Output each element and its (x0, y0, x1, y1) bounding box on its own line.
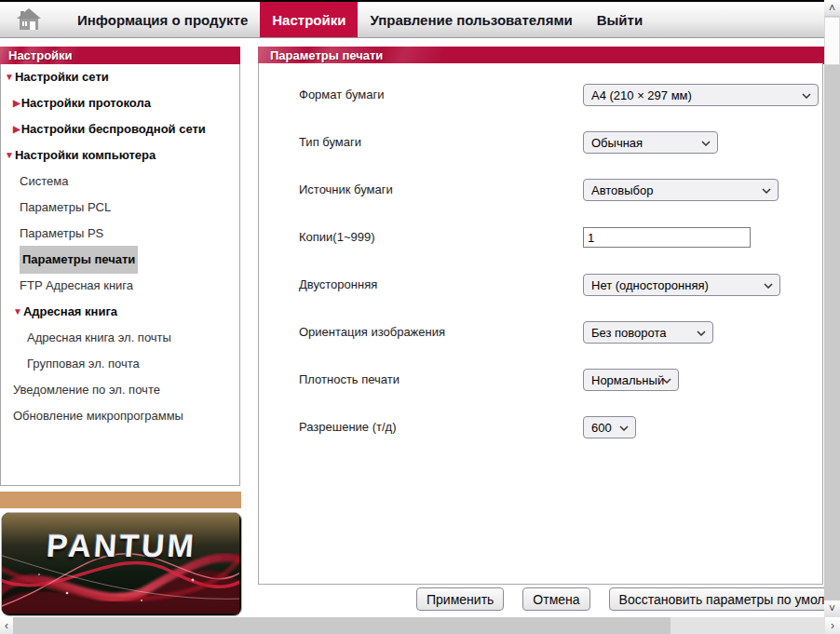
sidebar-item-protocol-settings[interactable]: ▶Настройки протокола (1, 90, 239, 116)
select-value: A4 (210 × 297 мм) (591, 88, 692, 102)
sidebar-item-label: FTP Адресная книга (20, 273, 133, 299)
scroll-down-button[interactable]: ˅ (824, 600, 840, 617)
form-row: Копии(1~999)1 (259, 226, 822, 250)
sidebar-item-label: Настройки протокола (21, 90, 151, 116)
copies-input[interactable]: 1 (583, 227, 751, 248)
tab-user-management[interactable]: Управление пользователями (358, 2, 584, 37)
paper-size-select[interactable]: A4 (210 × 297 мм) (583, 84, 819, 106)
scroll-right-button[interactable]: › (825, 617, 840, 634)
select-value: Без поворота (591, 326, 667, 340)
print-form: Формат бумагиA4 (210 × 297 мм)Тип бумаги… (258, 63, 823, 585)
sidebar-item-label: Настройки компьютера (15, 142, 156, 169)
scroll-left-button[interactable]: ‹ (0, 617, 13, 634)
action-buttons: ПрименитьОтменаВосстановить параметры по… (416, 587, 840, 611)
duplex-select[interactable]: Нет (односторонняя) (583, 274, 780, 296)
chevron-up-icon: ˄ (829, 3, 835, 14)
chevron-left-icon: ‹ (5, 620, 8, 631)
printer-web-admin: Информация о продукте Настройки Управлен… (0, 0, 840, 634)
sidebar-item-address-book[interactable]: ▼Адресная книга (1, 299, 239, 325)
field-label: Двусторонняя (299, 274, 377, 296)
field-label: Копии(1~999) (299, 226, 375, 249)
sidebar-item-ps-settings[interactable]: Параметры PS (1, 221, 239, 247)
paper-source-select[interactable]: Автовыбор (583, 179, 779, 201)
horizontal-scrollbar[interactable]: ‹ › (0, 617, 840, 634)
sidebar-item-group-email[interactable]: Групповая эл. почта (1, 351, 239, 377)
sidebar-item-label: Адресная книга эл. почты (27, 325, 171, 351)
sidebar-item-email-address-book[interactable]: Адресная книга эл. почты (1, 325, 239, 351)
restore-defaults-button[interactable]: Восстановить параметры по умолчанию (609, 587, 840, 611)
sidebar-item-label: Настройки беспроводной сети (21, 116, 206, 142)
sidebar-item-label: Система (20, 169, 68, 195)
tab-product-info[interactable]: Информация о продукте (65, 2, 260, 37)
sidebar-item-network-settings[interactable]: ▼Настройки сети (1, 64, 239, 90)
tab-logout[interactable]: Выйти (585, 2, 655, 37)
select-value: Автовыбор (591, 183, 654, 197)
form-row: Источник бумагиАвтовыбор (259, 179, 822, 203)
pantum-logo: PANTUM (1, 512, 242, 616)
sidebar-item-label: Параметры PS (20, 221, 103, 247)
sidebar-item-label: Параметры печати (20, 246, 138, 274)
vertical-scrollbar-thumb[interactable] (824, 17, 840, 65)
right-triangle-icon: ▶ (13, 90, 20, 116)
chevron-down-icon (701, 141, 711, 146)
cancel-button[interactable]: Отмена (522, 587, 589, 611)
chevron-down-icon (762, 188, 771, 194)
sidebar-item-label: Уведомление по эл. почте (13, 377, 160, 403)
horizontal-scrollbar-thumb[interactable] (13, 617, 671, 634)
sidebar-item-pcl-settings[interactable]: Параметры PCL (1, 195, 239, 221)
field-label: Ориентация изображения (299, 321, 445, 344)
down-triangle-icon: ▼ (13, 299, 22, 325)
sidebar-item-system[interactable]: Система (1, 169, 239, 195)
chevron-down-icon (619, 425, 629, 431)
sidebar-item-wireless-settings[interactable]: ▶Настройки беспроводной сети (1, 116, 239, 142)
chevron-right-icon: › (831, 620, 834, 631)
sidebar-item-firmware-upgrade[interactable]: Обновление микропрограммы (1, 403, 239, 429)
sidebar-item-email-notification[interactable]: Уведомление по эл. почте (1, 377, 239, 403)
chevron-down-icon (662, 378, 671, 384)
sidebar-menu: ▼Настройки сети▶Настройки протокола▶Наст… (0, 64, 240, 486)
field-label: Источник бумаги (299, 179, 393, 201)
orientation-select[interactable]: Без поворота (583, 321, 713, 344)
tab-settings[interactable]: Настройки (260, 2, 358, 37)
sidebar-item-label: Обновление микропрограммы (13, 403, 183, 429)
paper-type-select[interactable]: Обычная (583, 131, 718, 154)
resolution-select[interactable]: 600 (583, 416, 636, 438)
sidebar-tan-divider (0, 492, 241, 508)
select-value: Нет (односторонняя) (591, 278, 709, 292)
field-label: Разрешение (т/д) (299, 416, 397, 438)
chevron-down-icon (697, 330, 706, 336)
sidebar-item-label: Групповая эл. почта (27, 351, 140, 377)
form-row: ДвусторонняяНет (односторонняя) (259, 274, 822, 298)
scroll-up-button[interactable]: ˄ (824, 0, 840, 16)
chevron-down-icon (764, 283, 773, 289)
sidebar-item-ftp-address-book[interactable]: FTP Адресная книга (1, 273, 239, 299)
select-value: Нормальный (591, 373, 664, 387)
form-row: Формат бумагиA4 (210 × 297 мм) (259, 84, 822, 108)
field-label: Плотность печати (299, 369, 400, 391)
sidebar-item-label: Адресная книга (23, 299, 117, 325)
chevron-down-icon: ˅ (829, 603, 835, 614)
apply-button[interactable]: Применить (416, 587, 504, 611)
home-icon[interactable] (17, 7, 41, 32)
sidebar-item-machine-settings[interactable]: ▼Настройки компьютера (1, 142, 239, 169)
form-row: Разрешение (т/д)600 (259, 416, 822, 440)
sidebar-item-print-settings[interactable]: Параметры печати (1, 247, 239, 273)
density-select[interactable]: Нормальный (583, 369, 679, 391)
sidebar-title: Настройки (0, 47, 240, 64)
sidebar-item-label: Настройки сети (15, 64, 109, 90)
select-value: Обычная (591, 136, 643, 150)
pantum-logo-text: PANTUM (1, 528, 242, 564)
chevron-down-icon (802, 93, 811, 99)
top-navbar: Информация о продукте Настройки Управлен… (0, 0, 824, 38)
sidebar-item-label: Параметры PCL (20, 195, 111, 221)
down-triangle-icon: ▼ (5, 142, 14, 169)
vertical-scrollbar[interactable]: ˄ ˅ (824, 0, 840, 617)
form-row: Тип бумагиОбычная (259, 131, 822, 155)
down-triangle-icon: ▼ (5, 64, 14, 90)
field-label: Тип бумаги (299, 131, 361, 154)
form-row: Плотность печатиНормальный (259, 369, 822, 393)
field-label: Формат бумаги (299, 84, 384, 106)
right-triangle-icon: ▶ (13, 116, 20, 142)
form-row: Ориентация изображенияБез поворота (259, 321, 822, 345)
select-value: 600 (591, 421, 612, 435)
